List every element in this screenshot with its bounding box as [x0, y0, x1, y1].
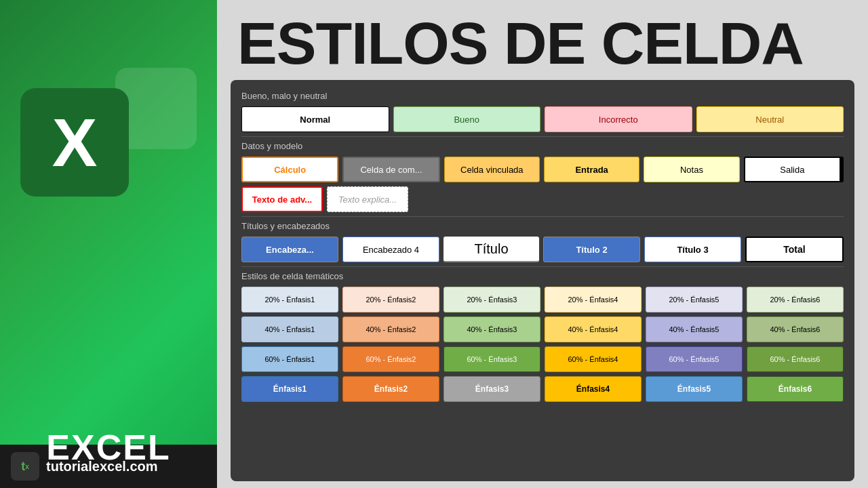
row-titulos: Encabeza... Encabezado 4 Título Título 2…: [241, 237, 844, 262]
divider-2: [241, 216, 844, 217]
cell-texto-adv[interactable]: Texto de adv...: [241, 186, 323, 212]
row-datos-1: Cálculo Celda de com... Celda vinculada …: [241, 157, 844, 182]
cell-enf2[interactable]: Énfasis2: [342, 376, 439, 402]
cell-t60-1[interactable]: 60% - Énfasis1: [241, 346, 338, 372]
cell-titulo[interactable]: Título: [443, 237, 539, 262]
section-label-datos: Datos y modelo: [241, 141, 844, 151]
cell-t40-6[interactable]: 40% - Énfasis6: [747, 317, 844, 342]
cell-t60-4[interactable]: 60% - Énfasis4: [545, 346, 642, 372]
cell-t20-4[interactable]: 20% - Énfasis4: [545, 287, 642, 312]
row-20: 20% - Énfasis1 20% - Énfasis2 20% - Énfa…: [241, 287, 844, 312]
cell-encabezado4[interactable]: Encabezado 4: [342, 237, 439, 262]
cell-t40-2[interactable]: 40% - Énfasis2: [342, 317, 439, 342]
row-40: 40% - Énfasis1 40% - Énfasis2 40% - Énfa…: [241, 317, 844, 342]
cell-bueno[interactable]: Bueno: [393, 106, 541, 132]
cell-celda-vinc[interactable]: Celda vinculada: [444, 157, 540, 182]
cell-texto-expl[interactable]: Texto explica...: [327, 186, 408, 212]
cell-t20-2[interactable]: 20% - Énfasis2: [342, 287, 439, 312]
section-label-tematicos: Estilos de celda temáticos: [241, 271, 844, 281]
cell-incorrecto[interactable]: Incorrecto: [545, 106, 692, 132]
styles-panel: Bueno, malo y neutral Normal Bueno Incor…: [231, 80, 854, 481]
cell-t60-6[interactable]: 60% - Énfasis6: [747, 346, 844, 372]
cell-t60-5[interactable]: 60% - Énfasis5: [646, 346, 743, 372]
cell-normal[interactable]: Normal: [241, 106, 389, 132]
logo-box: X: [20, 88, 129, 197]
cell-t20-3[interactable]: 20% - Énfasis3: [443, 287, 540, 312]
cell-t40-4[interactable]: 40% - Énfasis4: [545, 317, 642, 342]
cell-t40-1[interactable]: 40% - Énfasis1: [241, 317, 338, 342]
cell-t20-1[interactable]: 20% - Énfasis1: [241, 287, 338, 312]
row-60: 60% - Énfasis1 60% - Énfasis2 60% - Énfa…: [241, 346, 844, 372]
row-datos-2: Texto de adv... Texto explica...: [241, 186, 844, 212]
site-icon: tx: [11, 452, 39, 481]
cell-titulo3[interactable]: Título 3: [644, 237, 741, 262]
cell-t20-5[interactable]: 20% - Énfasis5: [646, 287, 743, 312]
cell-t40-5[interactable]: 40% - Énfasis5: [646, 317, 743, 342]
cell-neutral[interactable]: Neutral: [696, 106, 844, 132]
cell-calculo[interactable]: Cálculo: [241, 157, 338, 182]
cell-notas[interactable]: Notas: [644, 157, 739, 182]
cell-celda-com[interactable]: Celda de com...: [342, 157, 439, 182]
cell-salida[interactable]: Salida: [744, 157, 844, 182]
left-panel: X EXCEL tx tutorialexcel.com: [0, 0, 217, 488]
cell-titulo2[interactable]: Título 2: [543, 237, 640, 262]
main-title: ESTILOS DE CELDA: [237, 14, 848, 73]
row-good-bad: Normal Bueno Incorrecto Neutral: [241, 106, 844, 132]
row-enfasis: Énfasis1 Énfasis2 Énfasis3 Énfasis4 Énfa…: [241, 376, 844, 402]
section-label-titulos: Títulos y encabezados: [241, 221, 844, 231]
cell-entrada[interactable]: Entrada: [544, 157, 639, 182]
excel-label: EXCEL: [46, 427, 170, 468]
excel-x-letter: X: [52, 108, 98, 176]
cell-enf4[interactable]: Énfasis4: [545, 376, 642, 402]
cell-enf1[interactable]: Énfasis1: [241, 376, 338, 402]
divider-3: [241, 266, 844, 267]
cell-encabezado[interactable]: Encabeza...: [241, 237, 338, 262]
title-area: ESTILOS DE CELDA: [217, 0, 868, 80]
cell-t60-2[interactable]: 60% - Énfasis2: [342, 346, 439, 372]
cell-t40-3[interactable]: 40% - Énfasis3: [443, 317, 540, 342]
divider-1: [241, 136, 844, 137]
cell-enf3[interactable]: Énfasis3: [443, 376, 540, 402]
cell-enf6[interactable]: Énfasis6: [747, 376, 844, 402]
section-label-good-bad: Bueno, malo y neutral: [241, 91, 844, 101]
cell-total[interactable]: Total: [745, 237, 844, 262]
cell-t60-3[interactable]: 60% - Énfasis3: [443, 346, 540, 372]
cell-t20-6[interactable]: 20% - Énfasis6: [747, 287, 844, 312]
cell-enf5[interactable]: Énfasis5: [646, 376, 743, 402]
right-panel: ESTILOS DE CELDA Bueno, malo y neutral N…: [217, 0, 868, 488]
